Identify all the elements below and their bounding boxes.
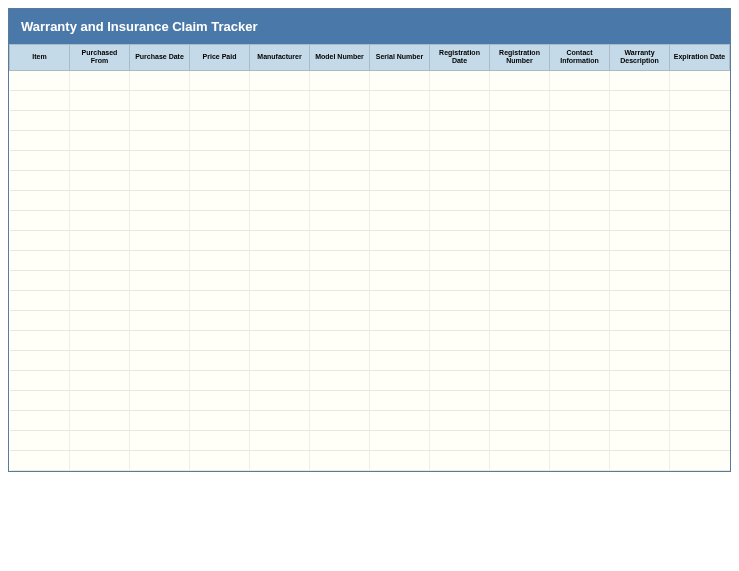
table-cell[interactable] [190, 450, 250, 470]
table-cell[interactable] [610, 450, 670, 470]
table-cell[interactable] [250, 370, 310, 390]
table-cell[interactable] [10, 190, 70, 210]
table-cell[interactable] [670, 390, 730, 410]
table-cell[interactable] [70, 270, 130, 290]
table-cell[interactable] [190, 70, 250, 90]
table-cell[interactable] [550, 210, 610, 230]
table-cell[interactable] [670, 250, 730, 270]
table-cell[interactable] [70, 430, 130, 450]
table-cell[interactable] [190, 270, 250, 290]
table-cell[interactable] [310, 390, 370, 410]
table-cell[interactable] [550, 310, 610, 330]
table-cell[interactable] [490, 310, 550, 330]
table-cell[interactable] [550, 110, 610, 130]
table-cell[interactable] [370, 290, 430, 310]
table-cell[interactable] [610, 90, 670, 110]
table-cell[interactable] [310, 330, 370, 350]
table-cell[interactable] [10, 250, 70, 270]
table-cell[interactable] [430, 430, 490, 450]
table-cell[interactable] [70, 70, 130, 90]
table-cell[interactable] [670, 110, 730, 130]
table-cell[interactable] [610, 150, 670, 170]
table-cell[interactable] [190, 370, 250, 390]
table-cell[interactable] [250, 210, 310, 230]
table-cell[interactable] [670, 190, 730, 210]
table-cell[interactable] [250, 450, 310, 470]
table-cell[interactable] [550, 450, 610, 470]
table-cell[interactable] [550, 230, 610, 250]
table-cell[interactable] [370, 150, 430, 170]
table-cell[interactable] [250, 230, 310, 250]
table-cell[interactable] [610, 290, 670, 310]
table-cell[interactable] [70, 370, 130, 390]
table-cell[interactable] [10, 110, 70, 130]
table-cell[interactable] [490, 170, 550, 190]
table-cell[interactable] [430, 350, 490, 370]
table-cell[interactable] [550, 190, 610, 210]
table-cell[interactable] [70, 290, 130, 310]
table-cell[interactable] [130, 430, 190, 450]
table-cell[interactable] [430, 130, 490, 150]
table-cell[interactable] [70, 90, 130, 110]
table-cell[interactable] [610, 370, 670, 390]
table-cell[interactable] [490, 90, 550, 110]
table-cell[interactable] [610, 70, 670, 90]
table-cell[interactable] [670, 310, 730, 330]
table-cell[interactable] [70, 390, 130, 410]
table-cell[interactable] [670, 150, 730, 170]
table-cell[interactable] [10, 350, 70, 370]
table-cell[interactable] [130, 230, 190, 250]
table-cell[interactable] [10, 210, 70, 230]
table-cell[interactable] [130, 150, 190, 170]
table-cell[interactable] [610, 250, 670, 270]
table-cell[interactable] [70, 230, 130, 250]
table-cell[interactable] [490, 390, 550, 410]
table-cell[interactable] [490, 130, 550, 150]
table-cell[interactable] [430, 210, 490, 230]
table-cell[interactable] [250, 190, 310, 210]
table-cell[interactable] [130, 250, 190, 270]
table-cell[interactable] [370, 170, 430, 190]
table-cell[interactable] [610, 130, 670, 150]
table-cell[interactable] [310, 310, 370, 330]
table-cell[interactable] [10, 330, 70, 350]
table-cell[interactable] [190, 90, 250, 110]
table-cell[interactable] [490, 270, 550, 290]
table-cell[interactable] [250, 250, 310, 270]
table-cell[interactable] [430, 90, 490, 110]
table-cell[interactable] [430, 330, 490, 350]
table-cell[interactable] [550, 170, 610, 190]
table-cell[interactable] [430, 170, 490, 190]
table-cell[interactable] [190, 350, 250, 370]
table-cell[interactable] [610, 310, 670, 330]
table-cell[interactable] [610, 110, 670, 130]
table-cell[interactable] [70, 330, 130, 350]
table-cell[interactable] [130, 310, 190, 330]
table-cell[interactable] [250, 110, 310, 130]
table-cell[interactable] [490, 430, 550, 450]
table-cell[interactable] [430, 110, 490, 130]
table-cell[interactable] [310, 110, 370, 130]
table-cell[interactable] [130, 370, 190, 390]
table-cell[interactable] [310, 190, 370, 210]
table-cell[interactable] [430, 250, 490, 270]
table-cell[interactable] [130, 170, 190, 190]
table-cell[interactable] [10, 90, 70, 110]
table-cell[interactable] [10, 150, 70, 170]
table-cell[interactable] [370, 210, 430, 230]
table-cell[interactable] [250, 430, 310, 450]
table-cell[interactable] [130, 70, 190, 90]
table-cell[interactable] [670, 170, 730, 190]
table-cell[interactable] [190, 430, 250, 450]
table-cell[interactable] [370, 390, 430, 410]
table-cell[interactable] [130, 290, 190, 310]
table-cell[interactable] [10, 270, 70, 290]
table-cell[interactable] [370, 130, 430, 150]
table-cell[interactable] [190, 170, 250, 190]
table-cell[interactable] [490, 230, 550, 250]
table-cell[interactable] [670, 430, 730, 450]
table-cell[interactable] [550, 70, 610, 90]
table-cell[interactable] [310, 290, 370, 310]
table-cell[interactable] [190, 390, 250, 410]
table-cell[interactable] [310, 90, 370, 110]
